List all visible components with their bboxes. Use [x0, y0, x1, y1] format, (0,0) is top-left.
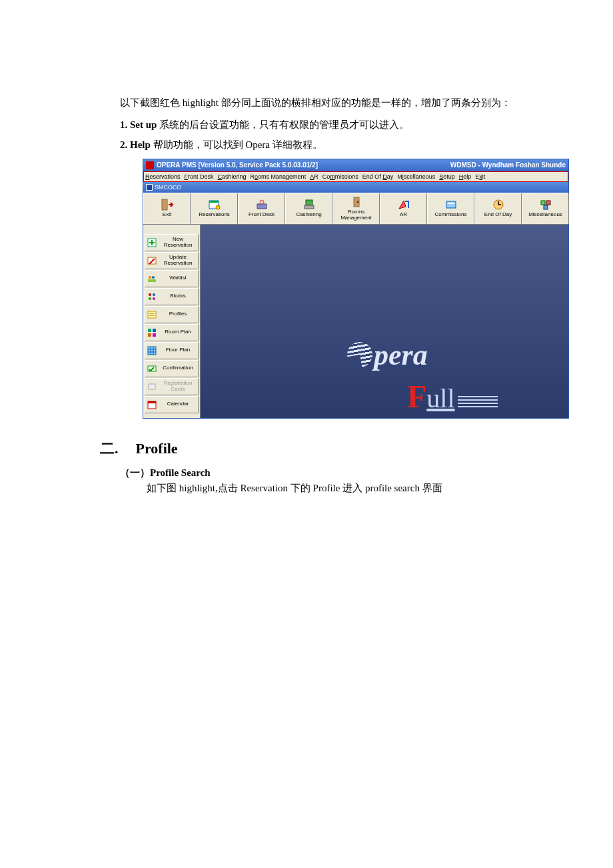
- ar-icon: [397, 199, 410, 211]
- full-f: F: [407, 379, 426, 414]
- confirmation-icon: [147, 363, 157, 374]
- mdi-bar: SMCOCO: [143, 182, 568, 193]
- front-desk-icon: [255, 199, 269, 211]
- workspace: New Reservation Update Reservation Waitl…: [143, 225, 568, 418]
- menu-commissions[interactable]: Commissions: [322, 173, 358, 180]
- toolbar-exit[interactable]: Exit: [143, 193, 191, 224]
- toolbar-eod[interactable]: End Of Day: [474, 193, 522, 224]
- sidebar-update-reservation-label: Update Reservation: [159, 255, 197, 266]
- sidebar: New Reservation Update Reservation Waitl…: [143, 225, 201, 418]
- toolbar-rooms-label: Rooms Management: [333, 209, 379, 221]
- opera-logo-text: pera: [374, 338, 428, 372]
- reservation-icon: [208, 199, 221, 211]
- svg-rect-0: [162, 199, 167, 210]
- svg-point-21: [149, 293, 151, 296]
- reg-cards-icon: [147, 381, 157, 392]
- svg-rect-15: [544, 205, 548, 209]
- section-2-sub-title: Profile Search: [150, 467, 211, 478]
- section-2-sub-num: （一）: [120, 467, 150, 478]
- calendar-icon: [147, 399, 157, 410]
- svg-rect-28: [148, 333, 151, 337]
- svg-rect-29: [153, 333, 156, 337]
- list-text-1: Set up 系统的后台设置功能，只有有权限的管理员才可以进入。: [130, 119, 409, 130]
- help-desc: 帮助功能，可以找到 Opera 详细教程。: [151, 139, 322, 150]
- misc-icon: [539, 199, 552, 211]
- toolbar-misc-label: Miscellaneous: [528, 212, 562, 218]
- sidebar-blocks[interactable]: Blocks: [145, 288, 199, 305]
- svg-rect-27: [153, 329, 156, 332]
- sidebar-reg-cards-label: Registration Cards: [159, 381, 197, 392]
- svg-point-19: [152, 276, 155, 279]
- menu-rooms-management[interactable]: Rooms Management: [251, 173, 306, 180]
- toolbar-reservations[interactable]: Reservations: [191, 193, 238, 224]
- sidebar-room-plan-label: Room Plan: [159, 329, 197, 335]
- sidebar-waitlist[interactable]: Waitlist: [145, 270, 199, 287]
- toolbar-commissions[interactable]: Commissions: [427, 193, 474, 224]
- menu-help[interactable]: Help: [459, 173, 472, 180]
- sidebar-new-reservation[interactable]: New Reservation: [145, 234, 199, 251]
- opera-screenshot: OPERA PMS [Version 5.0, Service Pack 5.0…: [143, 159, 569, 419]
- sidebar-confirmation[interactable]: Confirmation: [145, 360, 199, 377]
- menu-setup[interactable]: Setup: [439, 173, 455, 180]
- opera-logo: pera: [347, 338, 428, 372]
- toolbar-commissions-label: Commissions: [434, 212, 466, 218]
- menu-ar[interactable]: AR: [310, 173, 318, 180]
- svg-rect-10: [446, 201, 456, 208]
- setup-desc: 系统的后台设置功能，只有有权限的管理员才可以进入。: [157, 119, 409, 130]
- svg-point-18: [149, 276, 151, 279]
- sidebar-new-reservation-label: New Reservation: [159, 237, 197, 248]
- menubar[interactable]: Reservations Front Desk Cashiering Rooms…: [143, 171, 568, 182]
- app-icon: [146, 161, 154, 169]
- mdi-icon: [146, 184, 153, 191]
- sidebar-profiles[interactable]: Profiles: [145, 306, 199, 323]
- list-text-2: Help 帮助功能，可以找到 Opera 详细教程。: [130, 139, 322, 150]
- opera-swirl-icon: [347, 342, 372, 367]
- menu-cashiering[interactable]: Cashiering: [218, 173, 247, 180]
- toolbar-front-desk-label: Front Desk: [249, 212, 275, 218]
- menu-front-desk[interactable]: Front Desk: [185, 173, 214, 180]
- sidebar-update-reservation[interactable]: Update Reservation: [145, 252, 199, 269]
- svg-rect-11: [448, 203, 454, 204]
- svg-point-22: [153, 293, 155, 296]
- list-item-1: 1. Set up 系统的后台设置功能，只有有权限的管理员才可以进入。: [120, 115, 573, 135]
- title-left: OPERA PMS [Version 5.0, Service Pack 5.0…: [157, 161, 318, 169]
- full-lines-icon: [458, 394, 498, 407]
- window-titlebar: OPERA PMS [Version 5.0, Service Pack 5.0…: [143, 159, 568, 171]
- eod-icon: [492, 199, 505, 211]
- svg-rect-25: [148, 311, 156, 318]
- toolbar-ar-label: AR: [400, 212, 407, 218]
- list-num-1: 1.: [120, 119, 127, 130]
- menu-reservations[interactable]: Reservations: [145, 173, 181, 180]
- toolbar-rooms[interactable]: Rooms Management: [332, 193, 380, 224]
- section-2-title: Profile: [136, 440, 178, 457]
- sidebar-calendar[interactable]: Calendar: [145, 396, 199, 413]
- menu-exit[interactable]: Exit: [475, 173, 485, 180]
- help-term: Help: [130, 139, 151, 150]
- toolbar-exit-label: Exit: [163, 212, 171, 218]
- sidebar-floor-plan-label: Floor Plan: [159, 347, 197, 353]
- full-service-logo: Full: [407, 378, 498, 415]
- svg-rect-30: [148, 347, 156, 355]
- svg-rect-6: [306, 200, 312, 205]
- svg-rect-13: [541, 201, 545, 205]
- svg-rect-32: [149, 384, 155, 389]
- toolbar-ar[interactable]: AR: [380, 193, 427, 224]
- sidebar-waitlist-label: Waitlist: [159, 275, 197, 281]
- sidebar-floor-plan[interactable]: Floor Plan: [145, 342, 199, 359]
- toolbar-misc[interactable]: Miscellaneous: [522, 193, 569, 224]
- profiles-icon: [147, 309, 157, 320]
- main-toolbar: Exit Reservations Front Desk Cashiering: [143, 193, 568, 225]
- menu-end-of-day[interactable]: End Of Day: [362, 173, 394, 180]
- svg-point-23: [149, 297, 151, 300]
- svg-point-3: [216, 205, 220, 209]
- toolbar-cashiering[interactable]: Cashiering: [285, 193, 332, 224]
- update-resv-icon: [147, 255, 157, 266]
- svg-rect-20: [148, 279, 156, 282]
- toolbar-front-desk[interactable]: Front Desk: [238, 193, 285, 224]
- title-right: WDMSD - Wyndham Foshan Shunde: [450, 161, 566, 169]
- sidebar-reg-cards: Registration Cards: [145, 378, 199, 395]
- sidebar-confirmation-label: Confirmation: [159, 365, 197, 371]
- menu-miscellaneous[interactable]: Miscellaneous: [397, 173, 435, 180]
- sidebar-room-plan[interactable]: Room Plan: [145, 324, 199, 341]
- toolbar-reservations-label: Reservations: [199, 212, 230, 218]
